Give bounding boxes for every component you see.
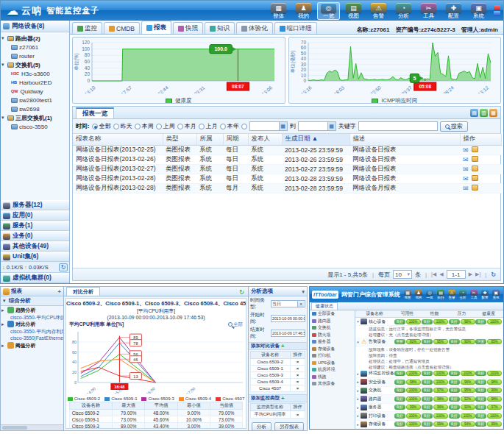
refresh-icon[interactable]: ↻ xyxy=(491,271,496,278)
health-status-tab[interactable]: 健康状态 xyxy=(311,302,338,310)
page-size-select[interactable]: 10▾ xyxy=(393,270,412,279)
filter-option-0[interactable]: 全部 xyxy=(92,122,111,130)
filter-option-2[interactable]: 本周 xyxy=(135,122,154,130)
portal-sidebar-item-3[interactable]: 防火墙 xyxy=(310,332,355,339)
expand-icon[interactable]: ▸ xyxy=(355,396,361,401)
analysis-nav-header[interactable]: 报表 + xyxy=(1,287,63,296)
compare-analysis-tab[interactable]: 对比分析 xyxy=(66,287,100,296)
window-control-icon[interactable] xyxy=(494,5,500,10)
tab-3[interactable]: 快照 xyxy=(173,22,203,34)
expand-icon[interactable]: ▸ xyxy=(355,388,361,393)
nav-item-my[interactable]: ♟我的 xyxy=(292,2,315,20)
table-row[interactable]: 网络设备日报表(2013-02-25)类图报表系统每日系统2013-02-25 … xyxy=(73,145,501,154)
archive-report-icon[interactable] xyxy=(472,166,478,171)
horizontal-scrollbar[interactable] xyxy=(1,424,63,430)
analysis-group-0[interactable]: ▸趋势分析 xyxy=(1,307,63,314)
nav-item-glance[interactable]: ◎一览 xyxy=(317,2,340,20)
tree-device-item[interactable]: sw2800test1 xyxy=(1,96,68,104)
tree-group-1[interactable]: ▾交换机(5) xyxy=(1,60,68,69)
portal-tool-glance[interactable]: ◎一览 xyxy=(425,290,435,299)
refresh-icon[interactable]: ↻ xyxy=(59,263,68,271)
nav-item-system[interactable]: ▣系统 xyxy=(467,2,490,20)
table-row[interactable]: 网络设备月报表(2013-02-28)类图报表系统每月系统2013-02-28 … xyxy=(73,183,501,193)
expand-icon[interactable]: ▸ xyxy=(355,371,361,376)
portal-sidebar-item-9[interactable]: 线路 xyxy=(310,374,355,381)
sidebar-panel-5[interactable]: Unit集(6) xyxy=(1,252,69,262)
filter-option-4[interactable]: 本月 xyxy=(177,122,196,130)
report-name-link[interactable]: 网络设备日报表(2013-02-26) xyxy=(73,154,163,164)
calendar-icon[interactable]: ▦ xyxy=(279,122,287,130)
report-list-tab[interactable]: 报表一览 xyxy=(76,107,114,118)
portal-sidebar-item-7[interactable]: UPS设备 xyxy=(310,360,355,367)
analyze-button[interactable]: 分析 xyxy=(252,422,271,431)
filter-option-7[interactable] xyxy=(241,124,247,129)
tab-4[interactable]: 知识 xyxy=(205,22,235,34)
portal-tool-my[interactable]: ♟我的 xyxy=(414,290,424,299)
analysis-report-item[interactable]: cisco-3550|FastEthernet0/1 xyxy=(1,335,63,342)
portal-tool-tools[interactable]: ✂工具 xyxy=(469,290,479,299)
health-row[interactable]: ▸路由器良好100%良好98%良好92%良好98% xyxy=(355,395,503,403)
expand-icon[interactable]: ▸ xyxy=(355,405,361,410)
export-pdf-icon[interactable]: ▥ xyxy=(480,109,488,117)
portal-sidebar-item-10[interactable]: 其他设备 xyxy=(310,380,355,388)
analysis-report-item[interactable]: cisco-3550-平均内存利用率 xyxy=(1,328,63,335)
column-header-6[interactable]: 描述 xyxy=(349,134,460,145)
tree-device-item[interactable]: HBHarbour2ED xyxy=(1,78,68,87)
radio-icon[interactable] xyxy=(177,124,183,129)
portal-sidebar-item-2[interactable]: 交换机 xyxy=(310,324,355,332)
search-button[interactable]: 搜索 xyxy=(440,121,468,132)
sidebar-panel-4[interactable]: 其他设备(49) xyxy=(1,241,69,252)
column-header-2[interactable]: 所属 xyxy=(196,134,223,145)
sidebar-panel-2[interactable]: 服务(1) xyxy=(1,221,69,231)
mail-report-icon[interactable]: ✉ xyxy=(463,166,469,173)
archive-report-icon[interactable] xyxy=(472,185,478,191)
remove-device-icon[interactable]: × xyxy=(290,366,305,372)
tab-6[interactable]: 端口详细 xyxy=(274,22,317,34)
table-row[interactable]: 网络设备日报表(2013-02-26)类图报表系统每日系统2013-02-26 … xyxy=(73,154,501,164)
analysis-group-1[interactable]: ▸对比分析 xyxy=(1,321,63,328)
nav-item-tools[interactable]: ✂工具 xyxy=(417,2,440,20)
filter-option-5[interactable]: 上月 xyxy=(199,122,218,130)
expand-icon[interactable]: ▸ xyxy=(355,422,361,427)
sidebar-panel-0[interactable]: 服务器(12) xyxy=(1,200,69,210)
tab-0[interactable]: 监控 xyxy=(72,22,102,34)
remove-device-icon[interactable]: × xyxy=(290,372,305,379)
expand-icon[interactable]: ▸ xyxy=(355,380,361,384)
column-header-4[interactable]: 发布人 xyxy=(248,134,282,145)
table-row[interactable]: 网络设备日报表(2013-02-28)类图报表系统每日系统2013-02-28 … xyxy=(73,174,501,183)
table-row[interactable]: 网络设备日报表(2013-02-27)类图报表系统每日系统2013-02-27 … xyxy=(73,164,501,174)
health-row[interactable]: ▾⚠告警设备告警82%良好95%良好90%注意85% xyxy=(355,338,503,346)
report-name-link[interactable]: 网络设备月报表(2013-02-28) xyxy=(73,183,163,193)
analysis-nav-root[interactable]: ▾ 综合分析 xyxy=(1,296,63,306)
expand-icon[interactable]: ▾ xyxy=(355,319,361,324)
sidebar-panel-3[interactable]: 业务(0) xyxy=(1,231,69,241)
portal-tool-overview[interactable]: ▦视图 xyxy=(402,290,413,299)
tree-device-item[interactable]: QWQuidway xyxy=(1,87,68,96)
device-tree-header[interactable]: 网络设备(8) xyxy=(1,21,69,32)
nav-item-overview[interactable]: ▦整体 xyxy=(267,2,290,20)
save-report-button[interactable]: 另存报表 xyxy=(274,422,304,431)
column-header-3[interactable]: 周期 xyxy=(223,134,248,145)
health-row[interactable]: ▸服务器良好99%良好96%良好90%良好97% xyxy=(355,404,503,412)
prev-page-button[interactable]: ◀ xyxy=(439,271,443,277)
refresh-icon[interactable]: ↻ xyxy=(239,289,246,296)
remove-device-icon[interactable]: × xyxy=(290,385,305,392)
expand-icon[interactable]: ▸ xyxy=(355,413,361,418)
page-input[interactable]: 1-1 xyxy=(447,270,466,279)
tree-device-item[interactable]: router xyxy=(1,51,68,60)
time-type-select[interactable]: 当日▾ xyxy=(271,300,305,307)
portal-sidebar-item-1[interactable]: 路由器 xyxy=(310,318,355,325)
health-row[interactable]: ▾核心设备良好100%良好100%良好98%良好100% xyxy=(355,318,503,326)
tree-device-item[interactable]: H3CH3c-s3600 xyxy=(1,69,68,78)
print-icon[interactable]: ▦ xyxy=(489,109,497,117)
tab-2[interactable]: 报表 xyxy=(141,21,171,34)
end-time-field[interactable]: 2013-10-09 17:46:53▦ xyxy=(271,330,305,337)
mail-report-icon[interactable]: ✉ xyxy=(463,185,469,192)
tree-device-item[interactable]: cisco-3550 xyxy=(1,122,68,131)
remove-device-icon[interactable]: × xyxy=(290,359,305,366)
tree-device-item[interactable]: sw2698 xyxy=(1,104,68,113)
filter-option-3[interactable]: 上周 xyxy=(156,122,175,130)
nav-item-config[interactable]: ✚配置 xyxy=(442,2,465,20)
portal-sidebar-item-8[interactable]: 机房环境 xyxy=(310,366,355,374)
portal-sidebar-item-4[interactable]: 服务器 xyxy=(310,338,355,346)
